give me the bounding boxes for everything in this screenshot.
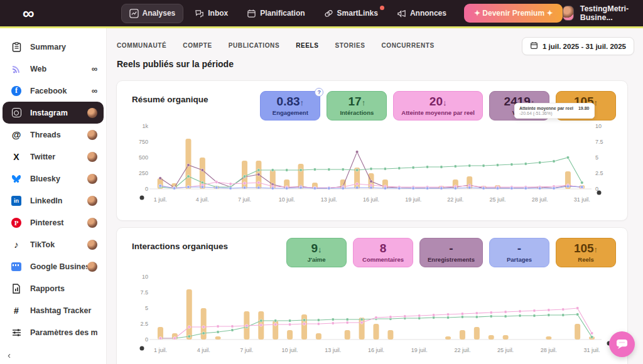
sidebar-item-web[interactable]: Web ∞	[3, 58, 104, 80]
svg-text:10 juil.: 10 juil.	[282, 347, 298, 353]
profile-avatar	[87, 196, 97, 206]
tab-publications[interactable]: PUBLICATIONS	[229, 42, 279, 49]
report-icon	[10, 282, 23, 295]
svg-text:7 juil.: 7 juil.	[240, 347, 253, 353]
svg-text:250: 250	[139, 170, 148, 176]
svg-text:31 juil.: 31 juil.	[584, 347, 600, 353]
twitter-x-icon: X	[13, 152, 19, 162]
svg-text:28 juil.: 28 juil.	[541, 347, 557, 353]
sidebar-item-threads[interactable]: @ Threads	[3, 124, 104, 146]
svg-text:1k: 1k	[142, 123, 148, 129]
svg-text:10 juil.: 10 juil.	[279, 196, 295, 203]
google-business-icon	[11, 262, 21, 271]
sidebar-collapse-button[interactable]: ‹	[8, 350, 11, 360]
stat-badges: 9↓ J'aime 8 Commentaires - Enregistremen…	[286, 238, 616, 267]
svg-text:750: 750	[139, 139, 148, 145]
card-title: Interactions organiques	[132, 242, 228, 251]
svg-text:0: 0	[145, 336, 148, 343]
clipboard-icon	[10, 41, 23, 53]
profile-avatar	[87, 130, 97, 140]
svg-text:16 juil.: 16 juil.	[368, 347, 384, 353]
profile-avatar	[87, 240, 97, 250]
top-navbar: ∞ Analyses Inbox Planification SmartLink…	[0, 0, 643, 28]
svg-text:25 juil.: 25 juil.	[497, 347, 514, 353]
tab-communaute[interactable]: COMMUNAUTÉ	[117, 42, 166, 49]
svg-text:7.5: 7.5	[595, 139, 603, 145]
sliders-icon	[10, 326, 23, 339]
instagram-icon	[12, 108, 21, 117]
sidebar-item-tiktok[interactable]: ♪ TikTok	[3, 233, 104, 255]
sidebar-item-google-business[interactable]: Google Business ...	[3, 255, 104, 277]
tab-concurrents[interactable]: CONCURRENTS	[381, 42, 434, 49]
inbox-icon	[195, 9, 204, 18]
sidebar-item-facebook[interactable]: f Facebook ∞	[3, 80, 104, 102]
profile-avatar	[87, 152, 97, 162]
account-avatar[interactable]	[563, 6, 573, 21]
premium-button[interactable]: ✦ Devenir Premium ✦	[464, 4, 563, 23]
help-icon[interactable]: ?	[315, 88, 323, 97]
nav-item-planification[interactable]: Planification	[239, 4, 312, 23]
web-rss-icon	[10, 63, 23, 75]
chat-widget-button[interactable]	[609, 331, 635, 357]
svg-text:31 juil.: 31 juil.	[574, 196, 590, 203]
sidebar-item-twitter[interactable]: X Twitter	[3, 146, 104, 168]
svg-text:25 juil.: 25 juil.	[489, 196, 505, 203]
tab-reels[interactable]: REELS	[296, 42, 318, 49]
stat-partages[interactable]: - Partages	[489, 238, 549, 267]
tiktok-icon: ♪	[14, 239, 19, 250]
svg-text:0: 0	[145, 186, 148, 192]
stat-engagement[interactable]: ? 0.83↑ Engagement	[260, 91, 320, 120]
sidebar-item-hashtag-tracker[interactable]: # Hashtag Tracker	[3, 299, 104, 321]
svg-text:500: 500	[139, 154, 148, 161]
link-icon	[324, 9, 333, 18]
chart-resume-organique[interactable]: 1k7505002500107.552.501 juil.4 juil.7 ju…	[127, 121, 619, 218]
svg-text:13 juil.: 13 juil.	[325, 347, 341, 353]
stat-atteinte-moyenne[interactable]: 20↓ Atteinte moyenne par reel	[393, 91, 483, 120]
svg-text:16 juil.: 16 juil.	[363, 196, 379, 203]
page-title: Reels publiés sur la période	[117, 59, 643, 69]
sidebar-item-rapports[interactable]: Rapports	[3, 277, 104, 299]
svg-text:22 juil.: 22 juil.	[447, 196, 463, 203]
svg-text:1 juil.: 1 juil.	[154, 196, 167, 203]
tab-stories[interactable]: STORIES	[335, 42, 365, 49]
date-range-picker[interactable]: 1 juil. 2025 - 31 juil. 2025	[522, 37, 634, 55]
svg-text:10: 10	[142, 274, 148, 280]
stat-enregistrements[interactable]: - Enregistrements	[419, 238, 483, 267]
sidebar-item-linkedin[interactable]: in LinkedIn	[3, 190, 104, 211]
chart-interactions-organiques[interactable]: 107.552.501 juil.4 juil.7 juil.10 juil.1…	[127, 272, 619, 364]
facebook-icon: f	[11, 86, 21, 96]
pinterest-icon: P	[11, 218, 21, 228]
nav-item-smartlinks[interactable]: SmartLinks	[316, 4, 386, 23]
sidebar-item-pinterest[interactable]: P Pinterest	[3, 211, 104, 233]
stat-reels[interactable]: 105↑ Reels	[556, 238, 616, 267]
sidebar-item-parametres[interactable]: Paramètres des marq...	[3, 321, 104, 343]
svg-text:1 juil.: 1 juil.	[154, 347, 167, 353]
tab-compte[interactable]: COMPTE	[183, 42, 212, 49]
svg-text:10: 10	[595, 123, 602, 129]
svg-text:5: 5	[145, 305, 148, 311]
stat-jaime[interactable]: 9↓ J'aime	[286, 238, 347, 267]
sidebar-item-instagram[interactable]: Instagram	[3, 102, 104, 124]
main-content: COMMUNAUTÉ COMPTE PUBLICATIONS REELS STO…	[107, 28, 643, 364]
svg-text:19 juil.: 19 juil.	[411, 347, 428, 353]
profile-avatar	[87, 262, 97, 272]
stat-interactions[interactable]: 17↑ Intéractions	[327, 91, 387, 120]
nav-item-inbox[interactable]: Inbox	[187, 4, 235, 23]
infinity-badge: ∞	[92, 86, 97, 95]
hashtag-icon: #	[14, 306, 19, 316]
svg-text:2.5: 2.5	[595, 170, 603, 176]
threads-icon: @	[12, 129, 21, 140]
nav-item-analyses[interactable]: Analyses	[121, 4, 184, 23]
svg-text:4 juil.: 4 juil.	[196, 196, 209, 203]
sidebar-item-summary[interactable]: Summary	[3, 36, 104, 58]
sidebar-item-bluesky[interactable]: Bluesky	[3, 168, 104, 190]
metricool-logo-icon[interactable]: ∞	[23, 5, 33, 21]
account-name[interactable]: TestingMetri-Busine...	[580, 4, 637, 22]
stat-commentaires[interactable]: 8 Commentaires	[353, 238, 413, 267]
date-range-label: 1 juil. 2025 - 31 juil. 2025	[543, 43, 626, 50]
nav-item-annonces[interactable]: Annonces	[389, 4, 454, 23]
svg-text:7 juil.: 7 juil.	[238, 196, 251, 203]
calendar-icon	[530, 41, 538, 51]
chart-icon	[129, 9, 139, 18]
svg-text:5: 5	[595, 154, 598, 161]
